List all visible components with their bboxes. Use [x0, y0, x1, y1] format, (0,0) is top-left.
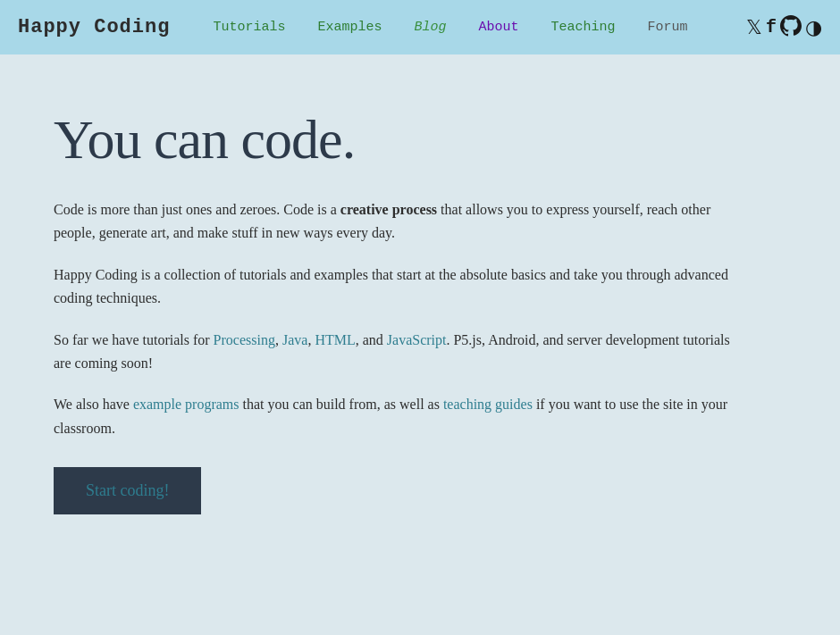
facebook-icon[interactable]: f — [766, 19, 777, 37]
nav-examples[interactable]: Examples — [301, 20, 398, 35]
paragraph-1: Code is more than just ones and zeroes. … — [54, 198, 751, 246]
nav-social-icons: 𝕏 f ◑ — [746, 15, 822, 40]
p3-text-before: So far we have tutorials for — [54, 332, 214, 347]
link-java[interactable]: Java — [282, 332, 307, 347]
paragraph-3: So far we have tutorials for Processing,… — [54, 329, 751, 376]
p4-text-middle: that you can build from, as well as — [239, 397, 443, 412]
paragraph-2: Happy Coding is a collection of tutorial… — [54, 263, 751, 311]
p3-comma1: , — [275, 332, 282, 347]
p2-text: Happy Coding is a collection of tutorial… — [54, 267, 728, 305]
start-coding-button[interactable]: Start coding! — [54, 467, 201, 514]
link-javascript[interactable]: JavaScript — [387, 332, 447, 347]
nav-forum[interactable]: Forum — [632, 20, 704, 35]
nav-links: Tutorials Examples Blog About Teaching F… — [197, 20, 746, 35]
brand-logo[interactable]: Happy Coding — [18, 16, 170, 38]
link-example-programs[interactable]: example programs — [133, 397, 239, 412]
p3-comma3: , and — [356, 332, 387, 347]
link-html[interactable]: HTML — [315, 332, 355, 347]
main-content: You can code. Code is more than just one… — [0, 54, 804, 568]
navbar: Happy Coding Tutorials Examples Blog Abo… — [0, 0, 840, 54]
contrast-icon[interactable]: ◑ — [805, 18, 822, 38]
nav-about[interactable]: About — [462, 20, 534, 35]
p1-text-before: Code is more than just ones and zeroes. … — [54, 202, 340, 217]
p1-bold: creative process — [340, 202, 437, 217]
hero-heading: You can code. — [54, 108, 751, 171]
nav-tutorials[interactable]: Tutorials — [197, 20, 301, 35]
nav-blog[interactable]: Blog — [398, 20, 462, 35]
paragraph-4: We also have example programs that you c… — [54, 393, 751, 440]
p4-text-before: We also have — [54, 397, 133, 412]
content-body: Code is more than just ones and zeroes. … — [54, 198, 751, 514]
github-icon[interactable] — [780, 15, 802, 40]
link-processing[interactable]: Processing — [214, 332, 275, 347]
nav-teaching[interactable]: Teaching — [535, 20, 632, 35]
twitter-icon[interactable]: 𝕏 — [746, 18, 762, 38]
link-teaching-guides[interactable]: teaching guides — [443, 397, 533, 412]
